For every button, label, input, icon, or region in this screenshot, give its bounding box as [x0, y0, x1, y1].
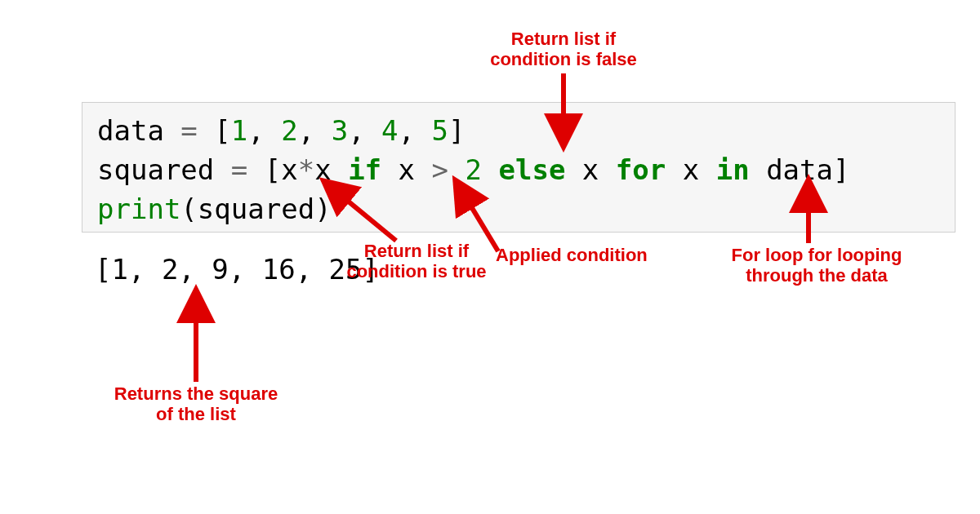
token-comma: , — [247, 114, 281, 147]
token-comma: , — [399, 114, 432, 147]
token-space — [482, 153, 498, 186]
token-num-1: 1 — [231, 114, 247, 147]
code-line-2: squared = [x*x if x > 2 else x for x in … — [97, 150, 940, 189]
token-space — [332, 153, 348, 186]
token-space — [448, 153, 465, 186]
token-num-5: 5 — [432, 114, 448, 147]
token-space — [599, 153, 615, 186]
token-space — [699, 153, 715, 186]
token-x: x — [399, 153, 415, 186]
diagram-stage: Return list if condition is false data =… — [0, 0, 980, 514]
token-space — [565, 153, 581, 186]
token-arg-squared: squared — [198, 193, 314, 225]
token-rbracket: ] — [448, 114, 465, 147]
token-x: x — [281, 153, 297, 186]
token-print: print — [97, 193, 180, 225]
token-squared: squared — [97, 153, 214, 186]
token-assign: = — [214, 153, 264, 186]
token-x: x — [683, 153, 699, 186]
token-else: else — [498, 153, 565, 186]
token-comma: , — [348, 114, 381, 147]
annotation-return-false: Return list if condition is false — [474, 29, 653, 70]
token-num-2b: 2 — [466, 153, 482, 186]
token-space — [750, 153, 766, 186]
token-x: x — [582, 153, 599, 186]
annotation-for-loop: For loop for looping through the data — [702, 245, 931, 286]
annotation-applied-condition: Applied condition — [496, 245, 675, 265]
code-line-3: print(squared) — [97, 189, 940, 228]
token-num-3: 3 — [332, 114, 348, 147]
token-rbracket: ] — [833, 153, 849, 186]
token-gt: > — [432, 153, 448, 186]
token-lbracket: [ — [265, 153, 281, 186]
token-data: data — [97, 114, 164, 147]
token-if: if — [348, 153, 381, 186]
token-star: * — [298, 153, 314, 186]
token-in: in — [716, 153, 750, 186]
code-line-1: data = [1, 2, 3, 4, 5] — [97, 111, 940, 150]
token-lparen: ( — [180, 193, 197, 225]
token-space — [666, 153, 682, 186]
code-block: data = [1, 2, 3, 4, 5] squared = [x*x if… — [82, 102, 956, 233]
token-assign: = — [164, 114, 214, 147]
token-lbracket: [ — [214, 114, 230, 147]
token-for: for — [616, 153, 666, 186]
token-space — [415, 153, 431, 186]
annotation-returns-square: Returns the square of the list — [98, 383, 294, 425]
token-data: data — [766, 153, 833, 186]
token-num-4: 4 — [381, 114, 398, 147]
token-num-2: 2 — [281, 114, 297, 147]
token-space — [381, 153, 398, 186]
token-rparen: ) — [314, 193, 331, 225]
annotation-return-true: Return list if condition is true — [335, 241, 498, 282]
token-x: x — [314, 153, 331, 186]
token-comma: , — [298, 114, 332, 147]
